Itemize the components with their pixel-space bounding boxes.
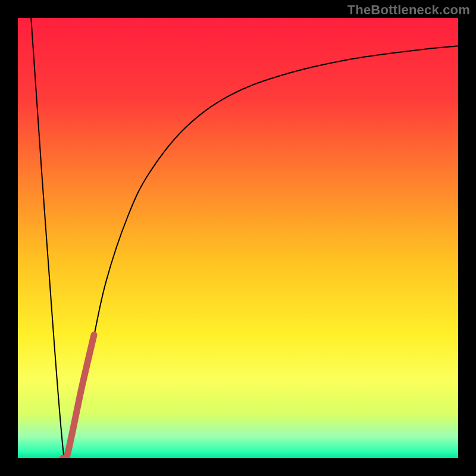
chart-frame: TheBottleneck.com <box>0 0 476 476</box>
watermark-text: TheBottleneck.com <box>347 2 470 18</box>
plot-area <box>18 18 458 458</box>
chart-svg <box>18 18 458 458</box>
